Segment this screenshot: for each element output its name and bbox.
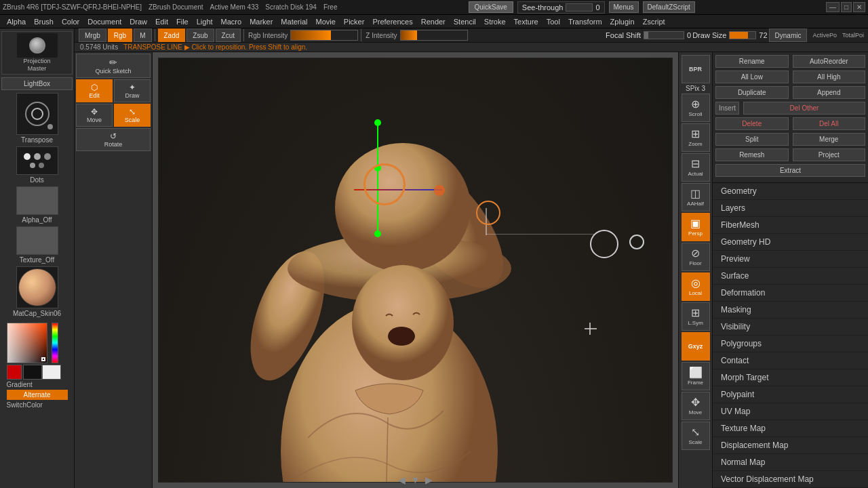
bpr-button[interactable]: BPR <box>682 55 710 83</box>
floor-button[interactable]: ⊘ Floor <box>682 243 710 271</box>
menu-item-alpha[interactable]: Alpha <box>3 17 30 26</box>
win-minimize[interactable]: — <box>826 2 840 12</box>
matcap-panel[interactable]: MatCap_Skin06 <box>1 266 73 317</box>
draw-size-slider[interactable] <box>729 31 756 39</box>
merge-button[interactable]: Merge <box>793 133 866 146</box>
panel-item-contact[interactable]: Contact <box>713 352 868 369</box>
scale2-button[interactable]: ⤡ Scale <box>682 422 710 450</box>
alpha-panel[interactable]: Alpha_Off <box>1 186 73 224</box>
panel-item-deformation[interactable]: Deformation <box>713 285 868 302</box>
color-gradient-box[interactable] <box>7 323 47 363</box>
panel-item-preview[interactable]: Preview <box>713 251 868 268</box>
panel-item-masking[interactable]: Masking <box>713 302 868 319</box>
scroll-button[interactable]: ⊕ Scroll <box>682 94 710 122</box>
scale-button[interactable]: ⤡ Scale <box>114 104 151 127</box>
panel-item-layers[interactable]: Layers <box>713 200 868 217</box>
edit-button[interactable]: ⬡ Edit <box>76 79 113 102</box>
menu-item-brush[interactable]: Brush <box>30 17 58 26</box>
nav-down-arrow[interactable]: ▼ <box>411 474 420 485</box>
texture-panel[interactable]: Texture_Off <box>1 226 73 264</box>
menu-item-transform[interactable]: Transform <box>564 17 606 26</box>
menu-item-draw[interactable]: Draw <box>125 17 151 26</box>
win-maximize[interactable]: □ <box>841 2 852 12</box>
all-low-button[interactable]: All Low <box>715 70 789 83</box>
mrgb-button[interactable]: Mrgb <box>79 28 106 42</box>
transform-circle-large[interactable] <box>363 163 406 205</box>
zsub-button[interactable]: Zsub <box>186 28 214 42</box>
focal-shift-slider[interactable] <box>644 31 684 39</box>
local-button[interactable]: ◎ Local <box>682 272 710 301</box>
menu-item-texture[interactable]: Texture <box>510 17 542 26</box>
menu-item-edit[interactable]: Edit <box>151 17 172 26</box>
actual-button[interactable]: ⊟ Actual <box>682 153 710 182</box>
win-close[interactable]: ✕ <box>853 2 865 12</box>
menu-item-zscript[interactable]: Zscript <box>639 17 669 26</box>
panel-item-displacement-map[interactable]: Displacement Map <box>713 437 868 454</box>
panel-item-texture-map[interactable]: Texture Map <box>713 420 868 437</box>
color-swatch-black[interactable] <box>23 365 42 380</box>
menu-item-macro[interactable]: Macro <box>217 17 246 26</box>
projection-master-btn[interactable]: ProjectionMaster <box>1 31 73 75</box>
extract-button[interactable]: Extract <box>715 164 865 177</box>
menu-item-stencil[interactable]: Stencil <box>450 17 480 26</box>
rotate-button[interactable]: ↺ Rotate <box>76 128 151 151</box>
all-high-button[interactable]: All High <box>793 70 866 83</box>
transpose-panel[interactable]: Transpose <box>1 93 73 144</box>
quick-sketch-button[interactable]: ✏ Quick Sketch <box>76 54 151 78</box>
menu-item-render[interactable]: Render <box>417 17 450 26</box>
menu-item-file[interactable]: File <box>172 17 193 26</box>
move2-button[interactable]: ✥ Move <box>682 392 710 420</box>
panel-item-vector-displacement-map[interactable]: Vector Displacement Map <box>713 471 868 488</box>
lsym-button[interactable]: ⊞ L.Sym <box>682 302 710 331</box>
project-button[interactable]: Project <box>793 148 866 161</box>
panel-item-polypaint[interactable]: Polypaint <box>713 386 868 403</box>
panel-item-polygroups[interactable]: Polygroups <box>713 336 868 352</box>
zoom-button[interactable]: ⊞ Zoom <box>682 123 710 152</box>
del-other-button[interactable]: Del Other <box>743 102 865 115</box>
zadd-button[interactable]: Zadd <box>158 28 186 42</box>
move-button[interactable]: ✥ Move <box>76 104 113 127</box>
insert-button[interactable]: Insert <box>715 102 739 115</box>
panel-item-fibermesh[interactable]: FiberMesh <box>713 217 868 234</box>
gxyz-button[interactable]: Gxyz <box>682 332 710 361</box>
del-all-button[interactable]: Del All <box>793 117 866 130</box>
rename-button[interactable]: Rename <box>715 55 789 68</box>
append-button[interactable]: Append <box>793 86 866 99</box>
menu-item-document[interactable]: Document <box>83 17 125 26</box>
rgb-button[interactable]: Rgb <box>108 28 132 42</box>
transform-circle-small[interactable] <box>476 201 500 225</box>
panel-item-normal-map[interactable]: Normal Map <box>713 454 868 471</box>
menus-button[interactable]: Menus <box>609 1 639 13</box>
duplicate-button[interactable]: Duplicate <box>715 86 789 99</box>
menu-item-preferences[interactable]: Preferences <box>368 17 416 26</box>
menu-item-color[interactable]: Color <box>58 17 83 26</box>
delete-button[interactable]: Delete <box>715 117 789 130</box>
nav-left-arrow[interactable]: ◀ <box>398 474 406 485</box>
panel-item-geometry[interactable]: Geometry <box>713 183 868 200</box>
split-button[interactable]: Split <box>715 133 789 146</box>
viewport[interactable] <box>158 58 673 483</box>
frame-button[interactable]: ⬜ Frame <box>682 362 710 390</box>
quick-save-button[interactable]: QuickSave <box>469 1 513 13</box>
auto-reorder-button[interactable]: AutoReorder <box>793 55 866 68</box>
panel-item-geometry-hd[interactable]: Geometry HD <box>713 234 868 251</box>
see-through-slider[interactable] <box>566 3 593 12</box>
draw-button[interactable]: ✦ Draw <box>114 79 151 102</box>
m-button[interactable]: M <box>134 28 151 42</box>
dots-panel[interactable]: Dots <box>1 146 73 184</box>
color-swatch-white[interactable] <box>42 365 61 380</box>
panel-item-visibility[interactable]: Visibility <box>713 319 868 336</box>
remesh-button[interactable]: Remesh <box>715 148 789 161</box>
canvas-area[interactable]: ◀ ▼ ▶ <box>153 52 678 488</box>
menu-item-zplugin[interactable]: Zplugin <box>606 17 639 26</box>
menu-item-tool[interactable]: Tool <box>542 17 564 26</box>
rgb-intensity-slider[interactable] <box>290 30 358 41</box>
menu-item-stroke[interactable]: Stroke <box>480 17 510 26</box>
menu-item-light[interactable]: Light <box>193 17 217 26</box>
script-button[interactable]: DefaultZScript <box>643 1 695 13</box>
alternate-button[interactable]: Alternate <box>7 390 68 400</box>
persp-button[interactable]: ▣ Persp <box>682 213 710 241</box>
zcut-button[interactable]: Zcut <box>216 28 241 42</box>
menu-item-marker[interactable]: Marker <box>245 17 277 26</box>
nav-right-arrow[interactable]: ▶ <box>425 474 433 485</box>
